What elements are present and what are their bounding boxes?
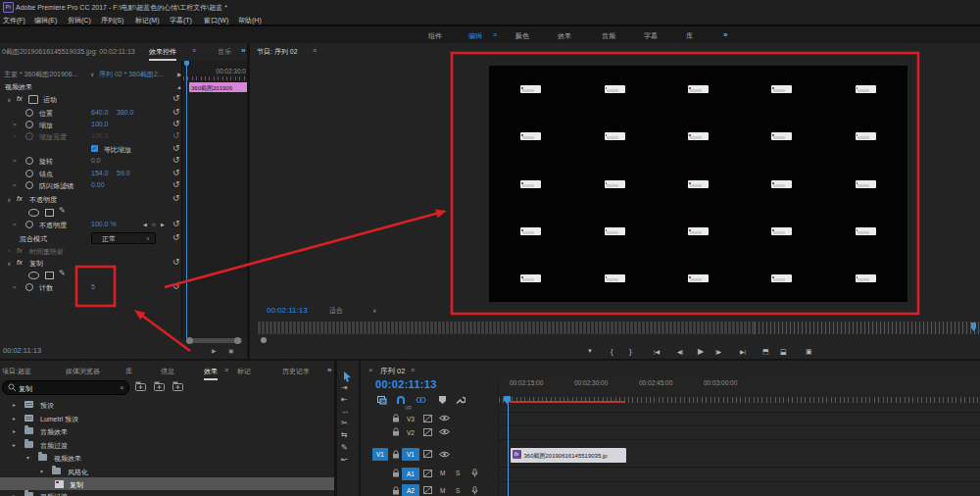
tree-row-视频过渡[interactable]: ▸视频过渡 (0, 489, 334, 496)
workspace-overflow-icon[interactable]: » (723, 30, 727, 39)
sync-lock-icon[interactable] (423, 428, 432, 436)
reset-icon[interactable]: ↺ (172, 130, 180, 140)
workspace-tab-效果[interactable]: 效果 (558, 31, 571, 41)
twirl-icon[interactable]: > (13, 122, 17, 127)
reset-icon[interactable]: ↺ (172, 257, 180, 267)
workspace-tab-音频[interactable]: 音频 (602, 31, 615, 41)
tree-twirl-icon[interactable]: ▾ (26, 454, 29, 461)
selection-tool[interactable] (343, 372, 353, 382)
mark-in-icon[interactable]: { (611, 347, 613, 356)
hand-tool[interactable]: ↜ (341, 455, 348, 464)
reset-icon[interactable]: ↺ (172, 193, 180, 203)
property-value[interactable]: 640.0 (91, 109, 109, 116)
extract-icon[interactable]: ⬓ (780, 348, 787, 356)
play-clip-icon[interactable]: ▶ (212, 347, 217, 354)
sync-lock-icon[interactable] (423, 486, 432, 494)
tab-历史记录[interactable]: 历史记录 (282, 367, 310, 376)
mute-track-button[interactable]: M (440, 470, 445, 476)
new-custom-bin-icon[interactable] (135, 381, 146, 391)
monitor-timecode[interactable]: 00:02:11:13 (267, 306, 308, 315)
checkbox[interactable]: ✓ (91, 145, 98, 152)
property-name[interactable]: 缩放宽度 (39, 132, 67, 142)
reset-icon[interactable]: ↺ (172, 179, 180, 189)
add-keyframe-icon[interactable]: ◇ (152, 222, 156, 227)
stopwatch-icon[interactable] (25, 121, 33, 128)
project-panel-menu-icon[interactable]: ≡ (224, 367, 228, 373)
property-name[interactable]: 位置 (39, 109, 53, 119)
property-name[interactable]: 不透明度 (39, 221, 67, 230)
checkbox-label[interactable]: 等比缩放 (104, 145, 131, 155)
twirl-icon[interactable]: > (13, 182, 17, 188)
property-name[interactable]: 锚点 (39, 170, 53, 179)
go-to-in-icon[interactable]: |◀ (654, 348, 660, 355)
twirl-icon[interactable]: > (13, 158, 17, 164)
tab-效果[interactable]: 效果 (204, 367, 218, 380)
tree-twirl-icon[interactable]: ▾ (40, 468, 43, 474)
panel-menu-icon[interactable]: ≡ (192, 47, 196, 54)
tab-audio[interactable]: 音乐 (218, 47, 231, 57)
play-icon[interactable]: ▶ (698, 347, 704, 356)
twirl-icon[interactable]: > (13, 284, 17, 290)
lane-scrollbar-left-handle[interactable] (186, 337, 193, 344)
track-target-V2[interactable]: V2 (402, 426, 419, 439)
workspace-tab-编辑[interactable]: 编辑 (468, 31, 482, 41)
tree-row-预设[interactable]: ▸预设 (0, 398, 334, 411)
property-name[interactable]: 缩放 (39, 121, 53, 130)
pen-tool[interactable]: ✎ (341, 443, 348, 452)
voiceover-record-mic-icon[interactable] (471, 486, 478, 495)
workspace-tab-组件[interactable]: 组件 (428, 31, 442, 41)
track-target-A1[interactable]: A1 (402, 468, 419, 480)
workspace-tab-字幕[interactable]: 字幕 (644, 31, 658, 41)
mask-ellipse-icon[interactable] (28, 209, 39, 217)
stopwatch-icon[interactable] (25, 283, 33, 291)
reset-icon[interactable]: ↺ (172, 281, 180, 291)
project-overflow-icon[interactable]: » (327, 366, 331, 374)
property-value[interactable]: 59.0 (117, 170, 130, 176)
track-lock-icon[interactable] (392, 469, 400, 477)
property-name[interactable]: 混合模式 (20, 234, 47, 244)
sync-lock-icon[interactable] (423, 450, 432, 458)
tab-项目:超蓝[interactable]: 项目:超蓝 (2, 367, 31, 376)
mask-pen-icon[interactable]: ✎ (59, 207, 66, 215)
property-value[interactable]: 360.0 (117, 109, 134, 116)
tree-twirl-icon[interactable]: ▸ (13, 401, 16, 408)
reset-icon[interactable]: ↺ (172, 155, 180, 165)
property-value[interactable]: 100.0 % (91, 221, 117, 227)
prev-keyframe-icon[interactable]: ◀ (143, 222, 147, 227)
step-back-icon[interactable]: ◀| (677, 348, 683, 355)
reset-icon[interactable]: ↺ (172, 119, 180, 128)
tab-标记[interactable]: 标记 (237, 367, 251, 376)
lane-playhead-line[interactable] (186, 61, 187, 338)
voiceover-record-mic-icon[interactable] (471, 469, 478, 477)
property-name[interactable]: 计数 (39, 283, 53, 293)
fit-dropdown[interactable]: 适合 (329, 306, 343, 316)
razor-tool[interactable]: ✂ (341, 419, 348, 427)
twirl-icon[interactable]: > (7, 248, 11, 254)
property-name[interactable]: 防闪烁滤镜 (39, 181, 74, 191)
mask-rect-icon[interactable] (45, 209, 54, 217)
effect-name[interactable]: 复制 (29, 259, 43, 269)
tab-sequence[interactable]: 序列 02 (380, 367, 405, 376)
track-select-tool[interactable]: ⇥ (341, 383, 348, 392)
monitor-ruler-dark[interactable] (755, 322, 980, 334)
track-lock-icon[interactable] (392, 427, 400, 436)
tab-program-monitor[interactable]: 节目: 序列 02 (257, 47, 298, 57)
reset-icon[interactable]: ↺ (172, 143, 180, 153)
tab-库[interactable]: 库 (125, 367, 132, 376)
tree-twirl-icon[interactable]: ▸ (13, 492, 16, 496)
rolling-edit-tool[interactable]: ↔ (341, 407, 349, 416)
monitor-menu-icon[interactable]: ≡ (313, 47, 317, 54)
property-value[interactable]: 5 (91, 283, 95, 290)
tree-row-音频效果[interactable]: ▸音频效果 (0, 424, 334, 437)
workspace-tab-颜色[interactable]: 颜色 (515, 31, 529, 41)
workspace-tab-menu-icon[interactable]: ≡ (493, 31, 497, 38)
go-to-out-icon[interactable]: ▶| (740, 348, 746, 355)
toggle-track-output-eye-icon[interactable] (439, 428, 450, 435)
reset-icon[interactable]: ↺ (172, 93, 180, 103)
twirl-icon[interactable]: > (13, 222, 17, 227)
lane-ruler[interactable] (183, 76, 247, 80)
mute-track-button[interactable]: M (440, 487, 445, 494)
lane-clip[interactable]: 360截图201906 (189, 82, 247, 92)
workspace-tab-库[interactable]: 库 (686, 31, 693, 41)
track-target-V3[interactable]: V3 (402, 413, 419, 425)
